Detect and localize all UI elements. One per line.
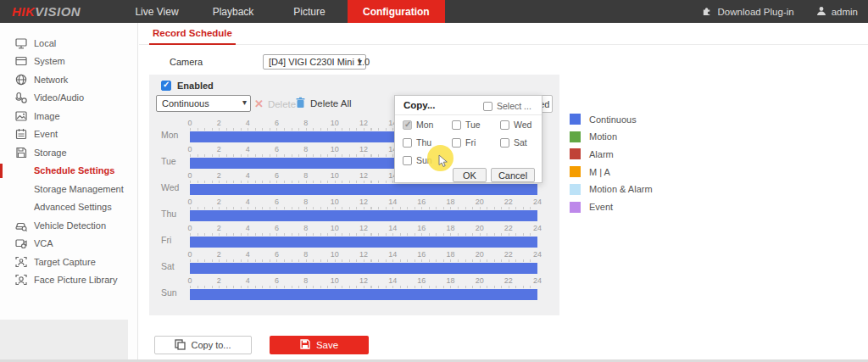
legend-item-alarm: Alarm [570,148,614,159]
hour-tick-label: 24 [533,276,542,285]
copy-day-checkbox-sun[interactable] [403,156,412,165]
record-type-value: Continuous [162,98,209,109]
cancel-button[interactable]: Cancel [491,168,535,182]
sidebar-item-local[interactable]: Local [0,34,137,53]
sidebar-item-video-audio[interactable]: Video/Audio [0,89,137,108]
copy-dialog: Copy... Select ... MonTueWedThuFriSatSun… [394,95,542,183]
sidebar-item-image[interactable]: Image [0,107,137,125]
hour-tick-label: 8 [303,145,308,153]
timeline-track[interactable]: 024681012141618202224 [190,250,537,276]
sidebar-item-schedule-settings[interactable]: Schedule Settings [0,162,137,181]
hour-tick-label: 6 [275,250,279,259]
hour-tick-label: 10 [331,145,339,153]
schedule-bar-continuous[interactable] [190,263,537,274]
schedule-bar-continuous[interactable] [190,237,537,248]
copy-day-label: Wed [514,120,531,130]
sidebar-item-advanced-settings[interactable]: Advanced Settings [0,198,137,217]
hour-tick-label: 6 [275,198,279,206]
copy-day-checkbox-mon[interactable] [403,120,412,130]
hour-tick-label: 8 [303,224,308,232]
copy-day-option-mon: Mon [403,120,433,130]
copy-day-checkbox-thu[interactable] [403,138,412,148]
sidebar-item-label: Storage [34,148,67,158]
ok-button[interactable]: OK [453,168,487,182]
legend-label: Continuous [589,114,637,125]
timeline-track[interactable]: 024681012141618202224 [190,276,537,303]
schedule-bar-continuous[interactable] [190,210,537,221]
schedule-bar-continuous[interactable] [190,289,537,300]
download-plugin-link[interactable]: Download Plug-in [702,5,794,18]
copy-day-checkbox-sat[interactable] [500,138,509,148]
copy-day-checkbox-tue[interactable] [452,120,461,130]
timeline-track[interactable]: 024681012141618202224 [190,224,537,250]
copy-day-option-sat: Sat [500,137,527,148]
hour-tick-label: 12 [359,145,368,153]
record-type-select[interactable]: Continuous ▾ [156,95,251,112]
timeline-track[interactable]: 024681012141618202224 [190,198,537,224]
sidebar-footer-area [0,320,128,362]
sidebar-item-vehicle-detection[interactable]: Vehicle Detection [0,216,137,235]
user-menu[interactable]: admin [816,6,858,18]
hour-tick-label: 18 [446,250,454,259]
sidebar-item-system[interactable]: System [0,53,137,71]
copy-to-button[interactable]: Copy to... [154,336,252,354]
main-content: Record Schedule Camera [D4] VIGI C230I M… [139,23,868,362]
legend-color-swatch [570,114,581,125]
tab-record-schedule[interactable]: Record Schedule [149,28,236,45]
delete-button[interactable]: ✕ Delete [254,97,296,110]
trash-icon [295,97,306,110]
hour-tick-label: 2 [217,145,221,153]
sidebar-item-storage[interactable]: Storage [0,143,137,162]
sidebar-item-label: Target Capture [34,257,96,267]
hour-tick-label: 2 [217,250,221,259]
tab-row: Record Schedule [139,23,868,45]
plugin-icon [702,5,713,18]
sidebar-item-event[interactable]: Event [0,125,137,144]
sidebar-item-label: Local [34,38,56,48]
select-all-checkbox[interactable] [483,102,492,111]
nav-picture[interactable]: Picture [271,0,348,23]
nav-live-view[interactable]: Live View [119,0,195,23]
enabled-checkbox[interactable] [161,81,171,91]
copy-day-label: Mon [416,120,433,130]
chevron-down-icon: ▾ [358,57,362,66]
hour-tick-label: 2 [217,198,221,206]
hour-tick-label: 10 [331,224,339,232]
download-plugin-label: Download Plug-in [718,7,794,17]
sidebar-item-network[interactable]: Network [0,70,137,89]
legend-label: Motion & Alarm [589,184,653,194]
hour-tick-label: 2 [217,119,221,127]
network-icon [15,74,27,86]
user-label: admin [832,7,858,17]
copy-day-label: Fri [465,137,476,148]
sidebar-item-label: Storage Management [34,184,124,194]
tick-marks [190,207,537,209]
delete-all-label: Delete All [310,98,352,109]
hour-tick-label: 12 [359,119,368,127]
copy-day-label: Sat [514,137,527,148]
top-nav: Live ViewPlaybackPictureConfiguration [119,0,445,23]
sidebar: LocalSystemNetworkVideo/AudioImageEventS… [0,23,138,362]
delete-x-icon: ✕ [254,97,264,110]
delete-all-button[interactable]: Delete All [295,97,352,110]
copy-day-checkbox-wed[interactable] [500,120,509,130]
hour-tick-label: 24 [533,250,542,259]
hour-tick-label: 6 [275,276,279,285]
tick-marks [190,286,537,288]
copy-day-checkbox-fri[interactable] [452,138,461,148]
camera-select[interactable]: [D4] VIGI C230I Mini 1.0 ▾ [263,54,366,70]
sidebar-item-storage-management[interactable]: Storage Management [0,180,137,198]
hikvision-logo: HIKVISION [12,4,81,19]
hour-tick-label: 18 [446,198,454,206]
sidebar-item-face-picture-library[interactable]: Face Picture Library [0,271,137,290]
nav-configuration[interactable]: Configuration [348,0,445,23]
sidebar-item-label: Video/Audio [34,92,84,103]
schedule-bar-continuous[interactable] [190,184,537,195]
sidebar-item-vca[interactable]: VCA [0,235,137,253]
hour-tick-label: 4 [246,276,250,285]
save-button[interactable]: Save [270,336,369,354]
sidebar-item-target-capture[interactable]: Target Capture [0,253,137,271]
nav-playback[interactable]: Playback [195,0,271,23]
mouse-cursor-icon [438,154,449,171]
day-label: Wed [161,182,179,192]
